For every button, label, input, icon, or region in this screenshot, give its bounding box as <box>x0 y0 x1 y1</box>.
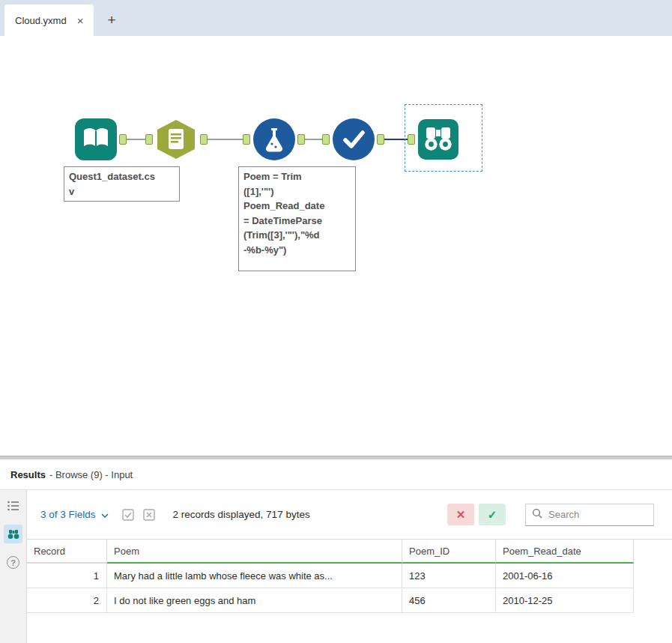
column-header-poem-id[interactable]: Poem_ID <box>402 540 496 564</box>
workflow-canvas[interactable]: Quest1_dataset.cs v Poem = Trim ([1],'"'… <box>0 36 672 456</box>
column-header-poem[interactable]: Poem <box>107 540 402 564</box>
formula-tool[interactable] <box>253 118 295 160</box>
results-content: 3 of 3 Fields 2 <box>27 490 672 643</box>
clear-cells-icon[interactable] <box>143 509 155 521</box>
cancel-x-icon: ✕ <box>456 508 466 522</box>
input-data-tool[interactable] <box>75 118 117 160</box>
chevron-down-icon <box>101 509 109 520</box>
table-header-row: Record Poem Poem_ID Poem_Read_date <box>27 540 672 564</box>
cell-poem[interactable]: I do not like green eggs and ham <box>107 588 402 613</box>
fields-label: 3 of 3 Fields <box>40 509 96 520</box>
cell-poem[interactable]: Mary had a little lamb whose fleece was … <box>107 564 402 588</box>
search-input[interactable] <box>547 508 647 521</box>
connection-wire[interactable] <box>208 139 243 140</box>
checkmark-icon <box>333 150 375 163</box>
column-header-poem-read-date[interactable]: Poem_Read_date <box>496 540 634 564</box>
apply-check-icon: ✓ <box>488 508 497 522</box>
cell-poem-id[interactable]: 456 <box>402 588 496 613</box>
cell-record[interactable]: 1 <box>27 564 107 588</box>
close-icon[interactable]: × <box>77 15 84 26</box>
connection-wire[interactable] <box>127 139 145 140</box>
search-icon <box>532 508 542 522</box>
new-tab-button[interactable]: + <box>94 4 129 36</box>
annotation-formula[interactable]: Poem = Trim ([1],'"') Poem_Read_date = D… <box>238 166 356 271</box>
input-anchor[interactable] <box>145 134 153 145</box>
results-toolbar: 3 of 3 Fields 2 <box>27 490 672 540</box>
cancel-button[interactable]: ✕ <box>447 504 474 525</box>
input-anchor[interactable] <box>322 134 330 145</box>
input-anchor[interactable] <box>243 134 250 145</box>
table-icon <box>154 150 198 163</box>
apply-button[interactable]: ✓ <box>479 504 506 525</box>
table-row[interactable]: 1 Mary had a little lamb whose fleece wa… <box>27 564 672 588</box>
cell-poem-id[interactable]: 123 <box>402 564 496 588</box>
select-cells-checkbox-icon[interactable] <box>122 509 134 521</box>
connection-wire[interactable] <box>305 139 322 140</box>
output-anchor[interactable] <box>119 134 127 145</box>
results-title: Results <box>10 469 46 480</box>
cell-poem-read-date[interactable]: 2001-06-16 <box>496 564 634 588</box>
check-tool[interactable] <box>333 118 375 160</box>
tab-label: Cloud.yxmd <box>15 15 67 26</box>
browse-results-icon[interactable] <box>4 525 22 543</box>
help-glyph: ? <box>7 556 19 569</box>
flask-icon <box>253 150 295 163</box>
output-anchor[interactable] <box>297 134 305 145</box>
tab-cloud-yxmd[interactable]: Cloud.yxmd × <box>4 4 94 36</box>
column-header-record[interactable]: Record <box>27 540 107 564</box>
tab-bar: Cloud.yxmd × + <box>0 0 672 36</box>
cell-record[interactable]: 2 <box>27 588 107 613</box>
results-subtitle: - Browse (9) - Input <box>49 469 133 480</box>
results-panel: ? 3 of 3 Fields <box>0 490 672 643</box>
binoculars-icon <box>418 149 458 162</box>
select-tool[interactable] <box>154 118 198 160</box>
records-count: 2 records displayed, 717 bytes <box>173 509 310 520</box>
results-left-toolbar: ? <box>0 490 27 643</box>
browse-tool[interactable] <box>418 119 458 160</box>
help-icon[interactable]: ? <box>4 553 22 572</box>
table-row[interactable]: 2 I do not like green eggs and ham 456 2… <box>27 588 672 613</box>
open-book-icon <box>75 150 117 163</box>
output-anchor[interactable] <box>200 134 208 145</box>
annotation-input[interactable]: Quest1_dataset.cs v <box>64 166 180 202</box>
cell-poem-read-date[interactable]: 2010-12-25 <box>496 588 634 613</box>
output-anchor[interactable] <box>377 134 384 145</box>
results-header: Results - Browse (9) - Input <box>0 459 672 490</box>
config-list-icon[interactable] <box>4 496 22 515</box>
results-table: Record Poem Poem_ID Poem_Read_date 1 Mar… <box>27 540 672 613</box>
fields-selector[interactable]: 3 of 3 Fields <box>40 509 109 520</box>
search-box[interactable] <box>525 504 654 526</box>
alteryx-window: Cloud.yxmd × + <box>0 0 672 643</box>
